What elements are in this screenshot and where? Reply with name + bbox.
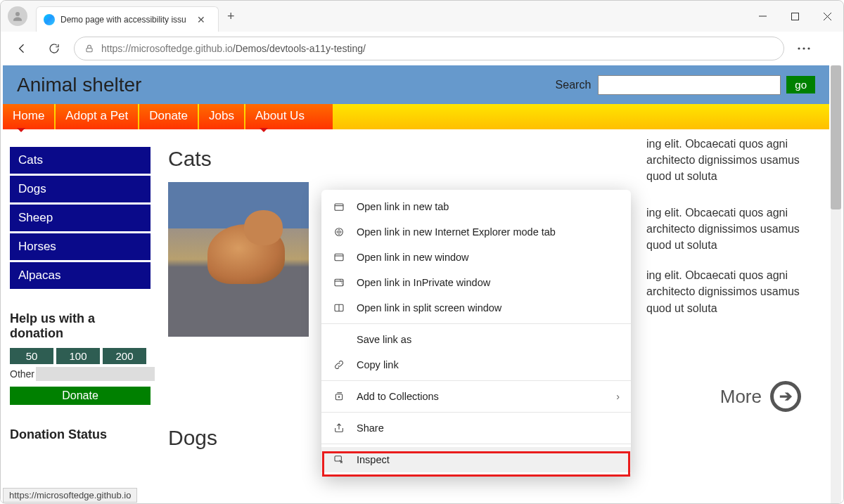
other-amount-input[interactable] <box>36 367 155 381</box>
ctx-copy-link[interactable]: Copy link <box>321 352 631 377</box>
share-icon <box>333 422 345 434</box>
browser-menu-button[interactable] <box>791 36 817 61</box>
ctx-inspect[interactable]: Inspect <box>321 447 631 472</box>
nav-donate[interactable]: Donate <box>139 104 198 129</box>
animal-nav: Cats Dogs Sheep Horses Alpacas <box>10 147 151 289</box>
vertical-scrollbar[interactable] <box>831 65 841 504</box>
scrollbar-thumb[interactable] <box>831 65 841 209</box>
donation-status-title: Donation Status <box>10 427 151 442</box>
svg-point-8 <box>807 47 810 49</box>
amount-50-button[interactable]: 50 <box>10 348 53 364</box>
svg-rect-5 <box>87 48 92 51</box>
url-path: /Demos/devtools-a11y-testing/ <box>233 43 366 54</box>
back-button[interactable] <box>9 36 34 61</box>
context-menu: Open link in new tab Open link in new In… <box>321 190 631 477</box>
body-text-2: ing elit. Obcaecati quos agni architecto… <box>646 205 815 254</box>
more-label: More <box>720 386 762 408</box>
svg-rect-11 <box>335 254 343 260</box>
browser-tab[interactable]: Demo page with accessibility issu ✕ <box>36 6 219 32</box>
page-header: Animal shelter Search go <box>3 65 829 104</box>
sidebar-item-alpacas[interactable]: Alpacas <box>10 262 151 289</box>
url-host: https://microsoftedge.github.io <box>101 43 233 54</box>
donation-block: Help us with a donation 50 100 200 Other… <box>10 311 151 442</box>
lock-icon <box>84 44 94 53</box>
ctx-divider <box>321 444 631 444</box>
ctx-open-ie-mode[interactable]: Open link in new Internet Explorer mode … <box>321 219 631 245</box>
browser-titlebar: Demo page with accessibility issu ✕ + <box>1 1 843 32</box>
ctx-divider <box>321 323 631 324</box>
search-label: Search <box>556 79 592 91</box>
edge-favicon-icon <box>44 14 55 25</box>
search-input[interactable] <box>598 75 781 95</box>
profile-avatar-icon[interactable] <box>8 6 27 26</box>
sidebar-item-dogs[interactable]: Dogs <box>10 176 151 202</box>
maximize-button[interactable] <box>779 1 811 32</box>
ctx-save-link[interactable]: Save link as <box>321 327 631 352</box>
svg-point-0 <box>15 12 20 16</box>
svg-point-6 <box>798 47 800 49</box>
page-title: Animal shelter <box>17 74 556 96</box>
svg-rect-2 <box>791 13 798 20</box>
link-icon <box>333 358 345 371</box>
tab-title: Demo page with accessibility issu <box>60 15 194 25</box>
split-icon <box>333 302 345 314</box>
window-icon <box>333 251 345 264</box>
close-window-button[interactable] <box>811 1 843 32</box>
inprivate-icon <box>333 276 345 289</box>
new-tab-button[interactable]: + <box>227 9 235 24</box>
blank-icon <box>333 333 345 346</box>
ctx-share[interactable]: Share <box>321 415 631 441</box>
collections-icon <box>333 390 345 403</box>
amount-100-button[interactable]: 100 <box>56 348 100 364</box>
sidebar-item-sheep[interactable]: Sheep <box>10 205 151 231</box>
donate-button[interactable]: Donate <box>10 387 151 405</box>
search-go-button[interactable]: go <box>786 76 815 93</box>
nav-adopt[interactable]: Adopt a Pet <box>56 104 138 129</box>
amount-200-button[interactable]: 200 <box>103 348 146 364</box>
cat-image <box>168 182 309 337</box>
status-bar: https://microsoftedge.github.io <box>3 488 137 503</box>
svg-point-7 <box>803 47 805 49</box>
sidebar: Cats Dogs Sheep Horses Alpacas Help us w… <box>10 147 151 461</box>
svg-rect-9 <box>335 204 343 210</box>
nav-home[interactable]: Home <box>3 104 54 129</box>
ctx-open-new-window[interactable]: Open link in new window <box>321 245 631 270</box>
browser-toolbar: https://microsoftedge.github.io/Demos/de… <box>1 32 843 65</box>
nav-jobs[interactable]: Jobs <box>199 104 244 129</box>
sidebar-item-horses[interactable]: Horses <box>10 233 151 260</box>
svg-rect-15 <box>335 456 341 461</box>
sidebar-item-cats[interactable]: Cats <box>10 147 151 174</box>
ctx-divider <box>321 380 631 381</box>
arrow-right-circle-icon: ➔ <box>770 381 801 412</box>
ctx-open-inprivate[interactable]: Open link in InPrivate window <box>321 270 631 295</box>
address-bar[interactable]: https://microsoftedge.github.io/Demos/de… <box>74 37 784 60</box>
ctx-open-split[interactable]: Open link in split screen window <box>321 295 631 321</box>
ie-icon <box>333 226 345 238</box>
inspect-icon <box>333 453 345 466</box>
donation-title: Help us with a donation <box>10 311 151 341</box>
other-label: Other <box>10 368 34 380</box>
viewport: Animal shelter Search go Home Adopt a Pe… <box>1 65 843 504</box>
tab-icon <box>333 200 345 213</box>
ctx-divider <box>321 412 631 413</box>
refresh-button[interactable] <box>41 36 67 61</box>
body-text-3: ing elit. Obcaecati quos agni architecto… <box>646 267 815 316</box>
chevron-right-icon: › <box>616 391 620 402</box>
tab-close-icon[interactable]: ✕ <box>194 14 208 25</box>
minimize-button[interactable] <box>746 1 779 32</box>
ctx-add-collections[interactable]: Add to Collections › <box>321 384 631 409</box>
body-text-1: ing elit. Obcaecati quos agni architecto… <box>646 136 815 185</box>
window-controls <box>746 1 843 32</box>
nav-about[interactable]: About Us <box>245 104 333 129</box>
ctx-open-new-tab[interactable]: Open link in new tab <box>321 194 631 219</box>
main-nav: Home Adopt a Pet Donate Jobs About Us <box>3 104 829 129</box>
